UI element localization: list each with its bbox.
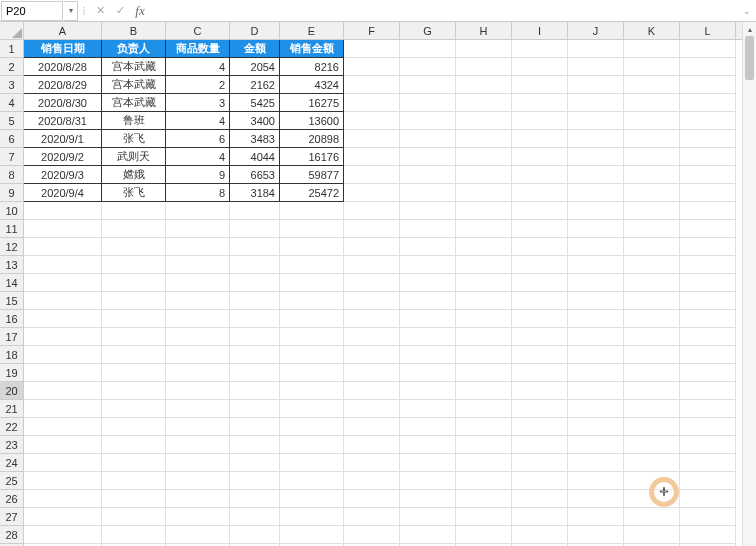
cell-B5[interactable]: 鲁班 — [102, 112, 166, 130]
cell-E19[interactable] — [280, 364, 344, 382]
cell-A9[interactable]: 2020/9/4 — [24, 184, 102, 202]
cell-G10[interactable] — [400, 202, 456, 220]
cell-I22[interactable] — [512, 418, 568, 436]
cell-E21[interactable] — [280, 400, 344, 418]
cell-D16[interactable] — [230, 310, 280, 328]
cell-A6[interactable]: 2020/9/1 — [24, 130, 102, 148]
cell-F4[interactable] — [344, 94, 400, 112]
cell-C11[interactable] — [166, 220, 230, 238]
row-header-12[interactable]: 12 — [0, 238, 23, 256]
scroll-thumb[interactable] — [745, 36, 754, 80]
cells-area[interactable]: 销售日期负责人商品数量金额销售金额2020/8/28宫本武藏4205482162… — [24, 40, 756, 546]
cell-L12[interactable] — [680, 238, 736, 256]
cell-C6[interactable]: 6 — [166, 130, 230, 148]
row-header-16[interactable]: 16 — [0, 310, 23, 328]
cell-G5[interactable] — [400, 112, 456, 130]
cell-A12[interactable] — [24, 238, 102, 256]
row-header-3[interactable]: 3 — [0, 76, 23, 94]
cell-E20[interactable] — [280, 382, 344, 400]
cell-D4[interactable]: 5425 — [230, 94, 280, 112]
row-header-14[interactable]: 14 — [0, 274, 23, 292]
cell-K17[interactable] — [624, 328, 680, 346]
cell-E23[interactable] — [280, 436, 344, 454]
cell-E17[interactable] — [280, 328, 344, 346]
cell-C17[interactable] — [166, 328, 230, 346]
cell-E28[interactable] — [280, 526, 344, 544]
cell-C16[interactable] — [166, 310, 230, 328]
cell-D14[interactable] — [230, 274, 280, 292]
column-header-l[interactable]: L — [680, 22, 736, 39]
cell-J6[interactable] — [568, 130, 624, 148]
cell-F18[interactable] — [344, 346, 400, 364]
cell-C4[interactable]: 3 — [166, 94, 230, 112]
cell-E14[interactable] — [280, 274, 344, 292]
row-header-24[interactable]: 24 — [0, 454, 23, 472]
cell-A2[interactable]: 2020/8/28 — [24, 58, 102, 76]
cell-G24[interactable] — [400, 454, 456, 472]
cell-C18[interactable] — [166, 346, 230, 364]
name-box-dropdown[interactable]: ▾ — [64, 1, 78, 21]
cell-L23[interactable] — [680, 436, 736, 454]
cell-K22[interactable] — [624, 418, 680, 436]
cell-K9[interactable] — [624, 184, 680, 202]
cell-I26[interactable] — [512, 490, 568, 508]
cell-A11[interactable] — [24, 220, 102, 238]
row-header-13[interactable]: 13 — [0, 256, 23, 274]
cell-G4[interactable] — [400, 94, 456, 112]
cell-C15[interactable] — [166, 292, 230, 310]
cell-B3[interactable]: 宫本武藏 — [102, 76, 166, 94]
cell-H5[interactable] — [456, 112, 512, 130]
cell-K10[interactable] — [624, 202, 680, 220]
cell-I15[interactable] — [512, 292, 568, 310]
cell-G22[interactable] — [400, 418, 456, 436]
cell-F17[interactable] — [344, 328, 400, 346]
cell-H16[interactable] — [456, 310, 512, 328]
cell-G12[interactable] — [400, 238, 456, 256]
cell-L10[interactable] — [680, 202, 736, 220]
cell-K3[interactable] — [624, 76, 680, 94]
cell-E4[interactable]: 16275 — [280, 94, 344, 112]
cell-K23[interactable] — [624, 436, 680, 454]
cell-H1[interactable] — [456, 40, 512, 58]
row-header-20[interactable]: 20 — [0, 382, 23, 400]
cell-G18[interactable] — [400, 346, 456, 364]
cell-L16[interactable] — [680, 310, 736, 328]
cell-C28[interactable] — [166, 526, 230, 544]
row-header-28[interactable]: 28 — [0, 526, 23, 544]
cell-L20[interactable] — [680, 382, 736, 400]
cell-B13[interactable] — [102, 256, 166, 274]
cell-A14[interactable] — [24, 274, 102, 292]
row-header-1[interactable]: 1 — [0, 40, 23, 58]
column-header-g[interactable]: G — [400, 22, 456, 39]
cell-B21[interactable] — [102, 400, 166, 418]
cell-J3[interactable] — [568, 76, 624, 94]
cell-G16[interactable] — [400, 310, 456, 328]
cell-F20[interactable] — [344, 382, 400, 400]
cell-C22[interactable] — [166, 418, 230, 436]
column-header-e[interactable]: E — [280, 22, 344, 39]
cell-I5[interactable] — [512, 112, 568, 130]
column-header-f[interactable]: F — [344, 22, 400, 39]
cell-J16[interactable] — [568, 310, 624, 328]
cell-H21[interactable] — [456, 400, 512, 418]
cell-H27[interactable] — [456, 508, 512, 526]
select-all-corner[interactable] — [0, 22, 24, 40]
cell-B11[interactable] — [102, 220, 166, 238]
cell-L3[interactable] — [680, 76, 736, 94]
cell-J2[interactable] — [568, 58, 624, 76]
cell-K7[interactable] — [624, 148, 680, 166]
cell-F25[interactable] — [344, 472, 400, 490]
cell-E10[interactable] — [280, 202, 344, 220]
cell-I12[interactable] — [512, 238, 568, 256]
accept-formula-button[interactable]: ✓ — [110, 2, 130, 20]
cell-A7[interactable]: 2020/9/2 — [24, 148, 102, 166]
cell-K6[interactable] — [624, 130, 680, 148]
cell-H26[interactable] — [456, 490, 512, 508]
cell-G23[interactable] — [400, 436, 456, 454]
cell-J12[interactable] — [568, 238, 624, 256]
column-header-c[interactable]: C — [166, 22, 230, 39]
column-header-j[interactable]: J — [568, 22, 624, 39]
cell-A16[interactable] — [24, 310, 102, 328]
cell-I21[interactable] — [512, 400, 568, 418]
cell-I8[interactable] — [512, 166, 568, 184]
